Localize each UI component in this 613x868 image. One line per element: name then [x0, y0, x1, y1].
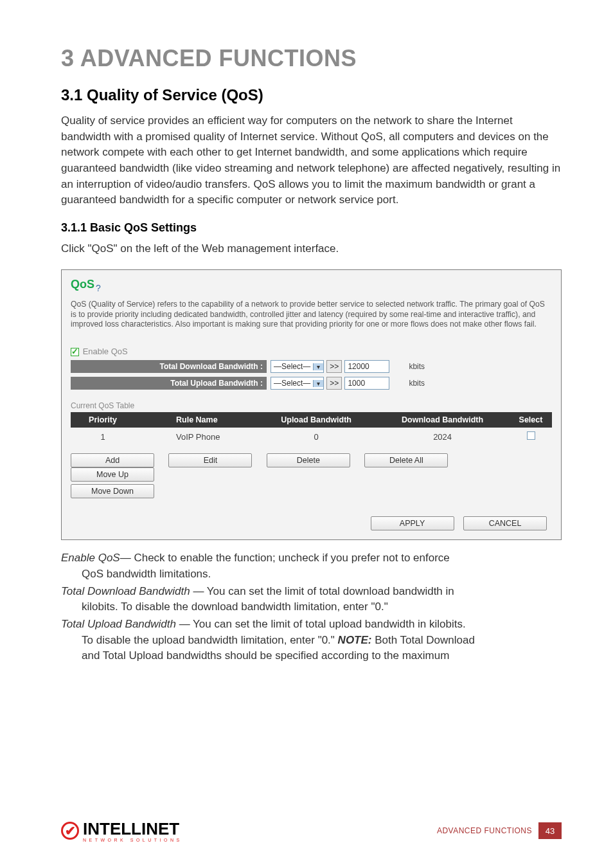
- definitions: Enable QoS— Check to enable the function…: [61, 550, 562, 664]
- current-table-label: Current QoS Table: [71, 401, 552, 410]
- panel-description: QoS (Quality of Service) refers to the c…: [71, 300, 552, 330]
- move-up-button[interactable]: Move Up: [71, 467, 154, 482]
- cell-upload: 0: [257, 428, 375, 446]
- def-total-dl-body1: — You can set the limit of total downloa…: [190, 585, 454, 597]
- upload-bw-select-text: —Select—: [271, 379, 313, 388]
- click-instruction: Click "QoS" on the left of the Web manag…: [61, 241, 562, 257]
- upload-bw-input[interactable]: 1000: [344, 377, 389, 390]
- brand-logo: ✔ INTELLINET NETWORK SOLUTIONS: [61, 819, 182, 842]
- delete-button[interactable]: Delete: [267, 453, 350, 467]
- edit-button[interactable]: Edit: [168, 453, 252, 467]
- chevron-down-icon: ▾: [313, 380, 323, 387]
- upload-bw-unit: kbits: [409, 379, 425, 388]
- section-title: 3.1 Quality of Service (QoS): [61, 86, 562, 104]
- table-row: 1 VoIP Phone 0 2024: [71, 428, 552, 446]
- cell-rule-name: VoIP Phone: [135, 428, 257, 446]
- move-down-button[interactable]: Move Down: [71, 484, 154, 498]
- page-number: 43: [538, 822, 562, 839]
- help-icon[interactable]: ?: [96, 283, 101, 293]
- footer-section-label: ADVANCED FUNCTIONS: [437, 826, 532, 835]
- apply-button[interactable]: APPLY: [371, 516, 454, 530]
- chapter-title: 3 ADVANCED FUNCTIONS: [61, 45, 562, 72]
- panel-title: QoS: [71, 278, 94, 291]
- cell-select: [510, 428, 552, 446]
- def-total-ul-body2a: To disable the upload bandwidth limitati…: [82, 634, 338, 646]
- download-bw-input[interactable]: 12000: [344, 360, 389, 373]
- col-rule-name: Rule Name: [135, 412, 257, 428]
- col-upload: Upload Bandwidth: [257, 412, 375, 428]
- qos-table: Priority Rule Name Upload Bandwidth Down…: [71, 412, 552, 446]
- intro-paragraph: Quality of service provides an efficient…: [61, 113, 562, 208]
- def-note-label: NOTE:: [338, 634, 372, 646]
- cell-download: 2024: [375, 428, 510, 446]
- download-bw-select-text: —Select—: [271, 362, 313, 371]
- download-bw-select[interactable]: —Select—▾: [271, 360, 324, 373]
- download-bw-unit: kbits: [409, 362, 425, 371]
- brand-name: INTELLINET: [83, 819, 182, 839]
- def-total-ul-body2b: Both Total Download: [372, 634, 475, 646]
- enable-qos-label: Enable QoS: [83, 347, 128, 356]
- cell-priority: 1: [71, 428, 135, 446]
- col-priority: Priority: [71, 412, 135, 428]
- delete-all-button[interactable]: Delete All: [364, 453, 448, 467]
- def-enable-qos-body1: — Check to enable the function; uncheck …: [120, 552, 450, 564]
- def-total-ul-term: Total Upload Bandwidth: [61, 618, 176, 630]
- def-total-dl-term: Total Download Bandwidth: [61, 585, 190, 597]
- col-select: Select: [510, 412, 552, 428]
- upload-bw-select[interactable]: —Select—▾: [271, 377, 324, 390]
- download-bw-label: Total Download Bandwidth :: [71, 360, 267, 373]
- download-bw-apply-button[interactable]: >>: [326, 360, 342, 373]
- def-enable-qos-term: Enable QoS: [61, 552, 120, 564]
- brand-tagline: NETWORK SOLUTIONS: [83, 838, 182, 842]
- upload-bw-apply-button[interactable]: >>: [326, 377, 342, 390]
- page-footer: ✔ INTELLINET NETWORK SOLUTIONS ADVANCED …: [61, 819, 562, 842]
- check-icon: ✔: [61, 822, 79, 840]
- def-enable-qos-body2: QoS bandwidth limitations.: [61, 566, 562, 583]
- upload-bw-label: Total Upload Bandwidth :: [71, 377, 267, 390]
- def-total-ul-body1: — You can set the limit of total upload …: [176, 618, 466, 630]
- col-download: Download Bandwidth: [375, 412, 510, 428]
- subsection-title: 3.1.1 Basic QoS Settings: [61, 221, 562, 235]
- add-button[interactable]: Add: [71, 453, 154, 467]
- qos-panel: QoS? QoS (Quality of Service) refers to …: [61, 269, 562, 540]
- cancel-button[interactable]: CANCEL: [463, 516, 547, 530]
- def-total-dl-body2: kilobits. To disable the download bandwi…: [61, 599, 562, 615]
- enable-qos-checkbox[interactable]: [71, 348, 79, 356]
- chevron-down-icon: ▾: [313, 363, 323, 370]
- def-total-ul-body3: and Total Upload bandwidths should be sp…: [61, 648, 562, 664]
- row-select-checkbox[interactable]: [527, 431, 535, 440]
